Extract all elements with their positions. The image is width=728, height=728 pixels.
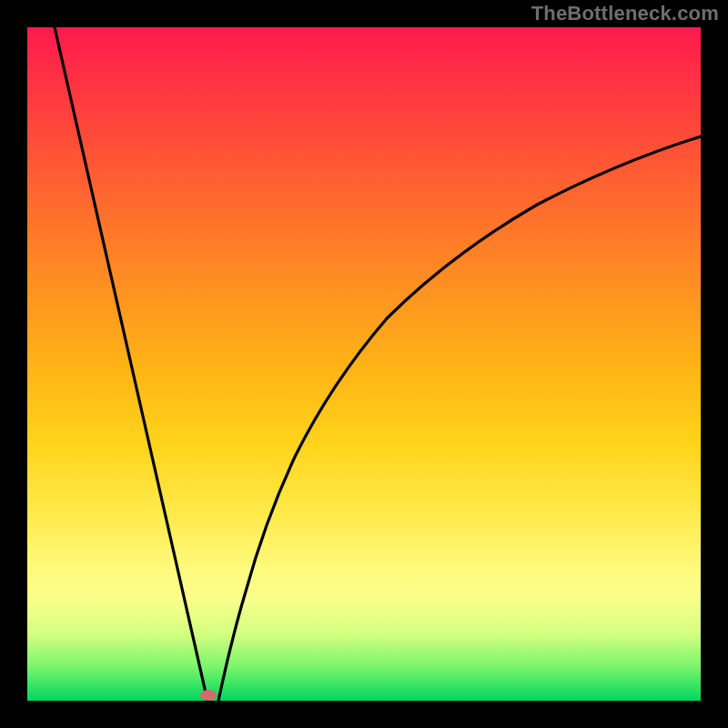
curve-right-branch [218,136,701,701]
curve-svg [27,27,701,701]
watermark-text: TheBottleneck.com [531,2,719,25]
curve-left-branch [55,27,207,701]
minimum-marker [200,690,217,701]
chart-frame: TheBottleneck.com [0,0,728,728]
plot-area [27,27,701,701]
